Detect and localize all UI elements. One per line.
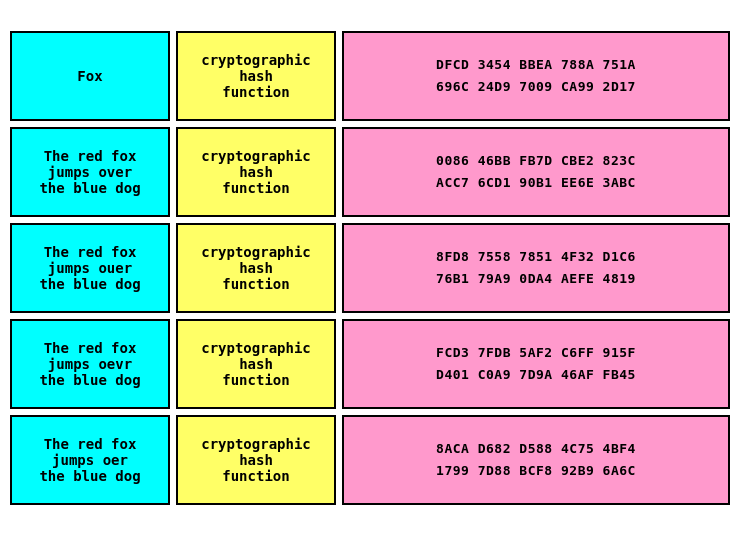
input-box-0: Fox	[10, 31, 170, 121]
hash-box-4: cryptographic hash function	[176, 415, 336, 505]
row-2: The red fox jumps ouer the blue dogcrypt…	[10, 223, 730, 313]
hash-box-3: cryptographic hash function	[176, 319, 336, 409]
output-box-2: 8FD8 7558 7851 4F32 D1C676B1 79A9 0DA4 A…	[342, 223, 730, 313]
input-box-4: The red fox jumps oer the blue dog	[10, 415, 170, 505]
output-box-1: 0086 46BB FB7D CBE2 823CACC7 6CD1 90B1 E…	[342, 127, 730, 217]
hash-box-2: cryptographic hash function	[176, 223, 336, 313]
hash-box-1: cryptographic hash function	[176, 127, 336, 217]
output-box-0: DFCD 3454 BBEA 788A 751A696C 24D9 7009 C…	[342, 31, 730, 121]
row-0: Foxcryptographic hash functionDFCD 3454 …	[10, 31, 730, 121]
row-1: The red fox jumps over the blue dogcrypt…	[10, 127, 730, 217]
row-4: The red fox jumps oer the blue dogcrypto…	[10, 415, 730, 505]
hash-box-0: cryptographic hash function	[176, 31, 336, 121]
output-box-4: 8ACA D682 D588 4C75 4BF41799 7D88 BCF8 9…	[342, 415, 730, 505]
input-box-2: The red fox jumps ouer the blue dog	[10, 223, 170, 313]
output-box-3: FCD3 7FDB 5AF2 C6FF 915FD401 C0A9 7D9A 4…	[342, 319, 730, 409]
row-3: The red fox jumps oevr the blue dogcrypt…	[10, 319, 730, 409]
input-box-1: The red fox jumps over the blue dog	[10, 127, 170, 217]
input-box-3: The red fox jumps oevr the blue dog	[10, 319, 170, 409]
main-container: Foxcryptographic hash functionDFCD 3454 …	[0, 21, 740, 515]
